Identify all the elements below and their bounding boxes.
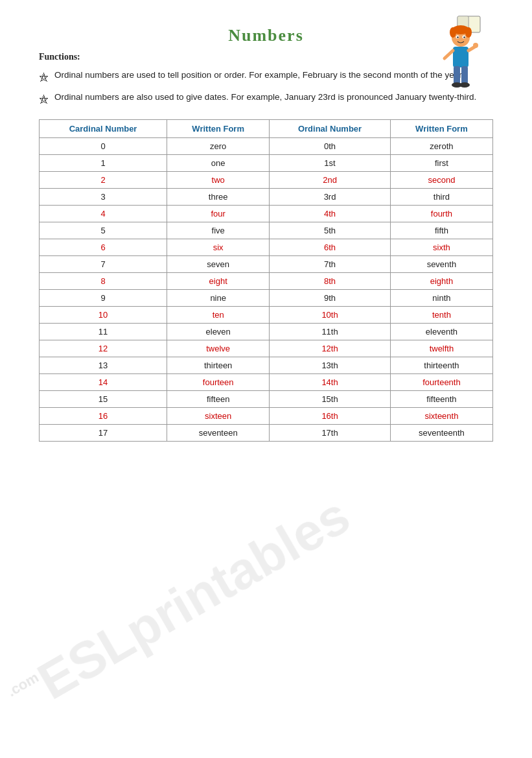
cell-ordinal: 7th (270, 256, 391, 273)
cell-ordinal: 16th (270, 408, 391, 425)
cell-ordinal: 17th (270, 425, 391, 442)
character-illustration (435, 13, 493, 97)
cell-cardinal: 1 (40, 155, 167, 172)
bullet-section: ⛤ Ordinal numbers are used to tell posit… (39, 69, 493, 108)
table-row: 15fifteen15thfifteenth (40, 391, 493, 408)
bullet-item-2: ⛤ Ordinal numbers are also used to give … (39, 91, 493, 108)
cell-ordinal-written: third (390, 189, 492, 206)
table-row: 14fourteen14thfourteenth (40, 374, 493, 391)
bullet-text-2: Ordinal numbers are also used to give da… (54, 91, 476, 104)
cell-cardinal: 9 (40, 290, 167, 307)
cell-ordinal-written: fifth (390, 222, 492, 239)
cell-written: five (167, 222, 270, 239)
cell-written: fifteen (167, 391, 270, 408)
cell-written: thirteen (167, 357, 270, 374)
svg-line-12 (445, 51, 453, 58)
table-row: 12twelve12thtwelfth (40, 340, 493, 357)
cell-ordinal: 9th (270, 290, 391, 307)
table-row: 7seven7thseventh (40, 256, 493, 273)
cell-written: nine (167, 290, 270, 307)
table-row: 13thirteen13ththirteenth (40, 357, 493, 374)
bullet-item-1: ⛤ Ordinal numbers are used to tell posit… (39, 69, 493, 86)
svg-rect-16 (461, 66, 468, 84)
cell-cardinal: 0 (40, 138, 167, 155)
cell-cardinal: 4 (40, 206, 167, 222)
cell-ordinal-written: sixth (390, 239, 492, 256)
cell-cardinal: 16 (40, 408, 167, 425)
cell-ordinal: 3rd (270, 189, 391, 206)
cell-ordinal-written: fourteenth (390, 374, 492, 391)
bullet-icon-1: ⛤ (39, 70, 49, 86)
cell-cardinal: 8 (40, 273, 167, 290)
cell-ordinal: 0th (270, 138, 391, 155)
cell-ordinal: 6th (270, 239, 391, 256)
cell-written: two (167, 172, 270, 189)
cell-ordinal: 15th (270, 391, 391, 408)
cell-ordinal-written: seventh (390, 256, 492, 273)
svg-point-18 (459, 82, 470, 88)
cell-written: seventeen (167, 425, 270, 442)
svg-point-14 (473, 43, 478, 48)
functions-label: Functions: (39, 52, 493, 62)
svg-rect-11 (453, 47, 468, 67)
cell-ordinal: 2nd (270, 172, 391, 189)
svg-point-9 (457, 36, 458, 38)
cell-ordinal-written: zeroth (390, 138, 492, 155)
svg-point-10 (463, 36, 465, 38)
cell-written: three (167, 189, 270, 206)
cell-ordinal: 1st (270, 155, 391, 172)
col-header-ordinal: Ordinal Number (270, 120, 391, 138)
cell-written: eight (167, 273, 270, 290)
cell-written: fourteen (167, 374, 270, 391)
cell-ordinal-written: sixteenth (390, 408, 492, 425)
cell-cardinal: 13 (40, 357, 167, 374)
cell-ordinal: 13th (270, 357, 391, 374)
cell-ordinal-written: twelfth (390, 340, 492, 357)
table-row: 10ten10thtenth (40, 307, 493, 324)
cell-written: ten (167, 307, 270, 324)
cell-ordinal: 11th (270, 324, 391, 340)
cell-cardinal: 14 (40, 374, 167, 391)
table-row: 3three3rdthird (40, 189, 493, 206)
cell-ordinal-written: thirteenth (390, 357, 492, 374)
cell-ordinal-written: eleventh (390, 324, 492, 340)
table-row: 5five5thfifth (40, 222, 493, 239)
bullet-icon-2: ⛤ (39, 92, 49, 108)
bullet-text-1: Ordinal numbers are used to tell positio… (54, 69, 464, 82)
cell-written: seven (167, 256, 270, 273)
cell-written: twelve (167, 340, 270, 357)
table-row: 16sixteen16thsixteenth (40, 408, 493, 425)
cell-ordinal-written: fourth (390, 206, 492, 222)
watermark-url: .com (5, 669, 41, 700)
col-header-cardinal: Cardinal Number (40, 120, 167, 138)
cell-ordinal: 4th (270, 206, 391, 222)
page-title: Numbers (228, 26, 304, 45)
table-row: 0zero0thzeroth (40, 138, 493, 155)
cell-ordinal-written: fifteenth (390, 391, 492, 408)
cell-cardinal: 15 (40, 391, 167, 408)
cell-ordinal: 8th (270, 273, 391, 290)
cell-ordinal-written: tenth (390, 307, 492, 324)
cell-cardinal: 17 (40, 425, 167, 442)
col-header-written2: Written Form (390, 120, 492, 138)
cell-ordinal-written: second (390, 172, 492, 189)
cell-ordinal: 14th (270, 374, 391, 391)
cell-ordinal-written: eighth (390, 273, 492, 290)
watermark: ESLprintables (28, 486, 360, 712)
numbers-table: Cardinal Number Written Form Ordinal Num… (39, 119, 493, 442)
cell-written: one (167, 155, 270, 172)
svg-point-5 (450, 27, 456, 38)
cell-written: zero (167, 138, 270, 155)
cell-written: four (167, 206, 270, 222)
cell-written: sixteen (167, 408, 270, 425)
cell-cardinal: 2 (40, 172, 167, 189)
table-header-row: Cardinal Number Written Form Ordinal Num… (40, 120, 493, 138)
cell-cardinal: 12 (40, 340, 167, 357)
cell-cardinal: 10 (40, 307, 167, 324)
table-row: 17seventeen17thseventeenth (40, 425, 493, 442)
cell-cardinal: 11 (40, 324, 167, 340)
cell-cardinal: 7 (40, 256, 167, 273)
table-row: 6six6thsixth (40, 239, 493, 256)
cell-cardinal: 3 (40, 189, 167, 206)
svg-point-6 (465, 27, 472, 38)
